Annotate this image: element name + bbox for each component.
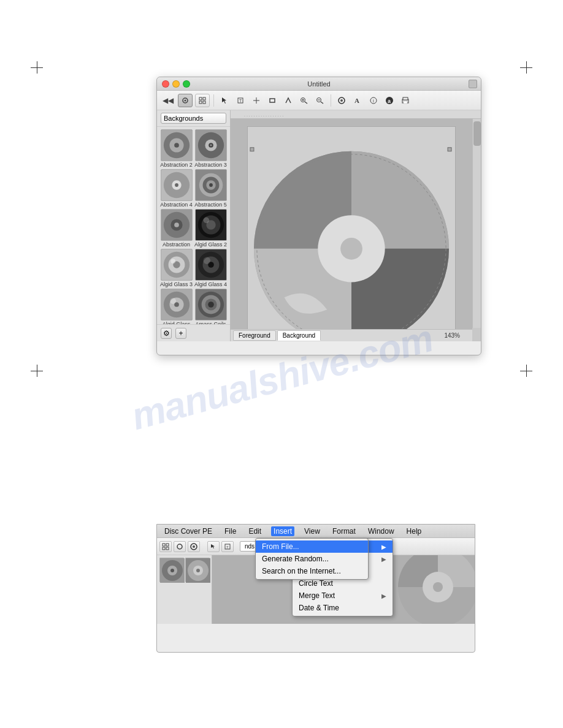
list-item[interactable]: Abstraction 2 [159,129,193,169]
svg-text:T: T [226,545,229,549]
mini-thumbnail-2 [185,558,210,582]
app-body: Backgrounds Abstraction 2 [157,110,481,341]
submenu-item-generate-random[interactable]: Generate Random... [256,553,368,565]
disc-canvas[interactable] [247,126,456,335]
scrollbar-thumb[interactable] [473,121,481,146]
toolbar-grid-button[interactable] [195,94,210,107]
path-tool[interactable] [282,94,295,107]
sidebar-footer: ⚙ + [157,324,230,341]
thumbnail-label: Algid Glass 3 [160,282,193,288]
list-item[interactable]: Algid Glass 2 [194,209,228,248]
toolbar-settings-button[interactable] [178,94,193,107]
menu-item-circle-text-label: Circle Text [299,579,333,588]
mini-toolbar-select-btn[interactable] [207,541,220,552]
thumbnail-algid-glass4 [195,249,227,281]
thumbnail-algid-glass [161,289,193,320]
svg-point-1 [185,99,186,101]
list-item[interactable]: Abstraction 5 [194,169,228,208]
menu-item-file[interactable]: File [222,526,239,536]
submenu-item-search-internet[interactable]: Search on the Internet... [256,565,368,577]
svg-text:A: A [354,97,359,104]
font-tool[interactable]: A [351,94,364,107]
cross-marker-bl [31,365,43,377]
list-item[interactable]: Abstraction 4 [159,169,193,208]
backgrounds-dropdown[interactable]: Backgrounds [161,113,226,124]
toolbar-separator [213,94,214,107]
tab-background[interactable]: Background [277,330,321,341]
minimize-button[interactable] [172,80,180,88]
menu-item-view[interactable]: View [302,526,323,536]
thumbnail-label: Algid Glass 2 [194,242,227,248]
list-item[interactable]: Amass Coils 2 [194,289,228,324]
submenu-arrow-icon: ▶ [381,544,386,550]
mini-toolbar-grid-btn[interactable] [188,541,200,552]
sidebar-add-button[interactable]: + [175,328,186,339]
select-tool[interactable] [218,94,231,107]
app-window: Untitled ◀◀ T [156,77,481,355]
svg-rect-84 [163,544,165,546]
print-tool[interactable] [399,94,412,107]
menu-item-format[interactable]: Format [330,526,358,536]
list-item[interactable]: Algid Glass 4 [194,249,228,288]
crosshair-tool[interactable] [250,94,263,107]
svg-point-54 [203,217,209,223]
menu-item-merge-text-label: Merge Text [299,591,335,600]
list-item[interactable]: Algid Glass 3 [159,249,193,288]
sidebar-thumbnail-grid: Abstraction 2 Abstraction 3 [157,127,230,324]
menu-item-merge-text[interactable]: Merge Text ▶ [293,590,393,602]
maximize-button[interactable] [183,80,190,88]
thumbnail-label: Abstraction 2 [160,162,193,169]
menu-item-disc-cover[interactable]: Disc Cover PE [162,526,215,536]
canvas-scrollbar-right[interactable] [472,119,481,328]
tab-foreground[interactable]: Foreground [233,330,276,341]
text-tool[interactable]: T [234,94,247,107]
svg-point-64 [203,257,210,264]
svg-rect-3 [203,97,205,100]
mini-toolbar-circle-btn[interactable] [174,541,186,552]
title-bar: Untitled [157,77,481,91]
svg-rect-10 [270,99,275,102]
canvas-content [231,119,472,341]
list-item[interactable]: Algid Glass [159,289,193,324]
cross-marker-tl [31,61,43,74]
menu-item-help[interactable]: Help [404,526,424,536]
thumbnail-algid-glass3 [161,249,193,281]
a-tool[interactable]: a [383,94,396,107]
thumbnail-label: Abstraction 5 [194,202,227,208]
search-internet-label: Search on the Internet... [262,567,341,575]
mini-toolbar-text-btn[interactable]: T [221,541,234,552]
thumbnail-algid-glass2 [195,209,227,241]
zoom-in-tool[interactable] [297,94,311,107]
zoom-out-tool[interactable] [313,94,327,107]
sidebar-gear-button[interactable]: ⚙ [161,328,172,339]
menu-item-date-time[interactable]: Date & Time [293,602,393,614]
canvas-ruler: · · · · · · · · · · · · · · · · · [231,110,481,119]
menu-item-edit[interactable]: Edit [246,526,264,536]
mini-sidebar [157,555,212,624]
menu-item-insert[interactable]: Insert [271,526,294,536]
info-tool[interactable]: i [367,94,380,107]
menu-item-window[interactable]: Window [366,526,397,536]
close-button[interactable] [162,80,169,88]
mini-toolbar-btn[interactable] [159,541,172,552]
cross-marker-tr [520,61,532,74]
toolbar: ◀◀ T [157,91,481,110]
list-item[interactable]: Abstraction [159,209,193,248]
window-resize-handle[interactable] [469,80,477,88]
submenu-item-from-file[interactable]: From File... [256,540,368,553]
canvas-tabs: Foreground Background 143% [231,329,472,341]
rect-tool[interactable] [266,94,279,107]
circle-tool[interactable] [335,94,348,107]
image-submenu: From File... Generate Random... Search o… [255,538,369,580]
svg-text:T: T [239,99,242,103]
nav-back-icon[interactable]: ◀◀ [161,96,175,105]
mini-thumbnail [159,558,184,582]
list-item[interactable]: Abstraction 3 [194,129,228,169]
menu-screenshot-window: Disc Cover PE File Edit Insert View Form… [156,524,475,653]
svg-rect-4 [199,101,202,104]
svg-point-40 [175,183,178,187]
canvas-area: · · · · · · · · · · · · · · · · · [231,110,481,341]
svg-point-100 [196,569,200,572]
sidebar: Backgrounds Abstraction 2 [157,110,231,341]
zoom-level: 143% [444,332,460,339]
